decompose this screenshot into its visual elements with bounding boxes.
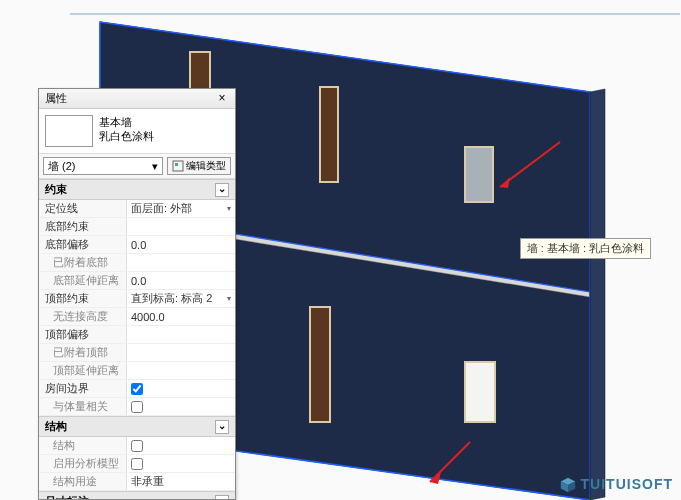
property-value[interactable] (127, 254, 235, 271)
type-info: 基本墙 乳白色涂料 (93, 115, 154, 147)
svg-rect-20 (175, 163, 178, 166)
property-label: 底部偏移 (39, 236, 127, 253)
property-label: 定位线 (39, 200, 127, 217)
property-label: 底部约束 (39, 218, 127, 235)
property-row: 底部偏移0.0 (39, 236, 235, 254)
property-value[interactable]: 直到标高: 标高 2 (127, 290, 235, 307)
property-value[interactable] (127, 326, 235, 343)
property-row: 顶部延伸距离 (39, 362, 235, 380)
panel-titlebar[interactable]: 属性 × (39, 89, 235, 109)
svg-marker-6 (590, 89, 605, 500)
property-checkbox[interactable] (131, 458, 143, 470)
property-label: 无连接高度 (39, 308, 127, 325)
svg-rect-8 (320, 87, 338, 182)
panel-title-text: 属性 (45, 91, 67, 106)
property-row: 顶部偏移 (39, 326, 235, 344)
collapse-icon[interactable]: ⌄ (215, 183, 229, 197)
group-header[interactable]: 约束⌄ (39, 179, 235, 200)
property-label: 已附着顶部 (39, 344, 127, 361)
property-value[interactable]: 0.0 (127, 272, 235, 289)
property-checkbox[interactable] (131, 440, 143, 452)
property-checkbox[interactable] (131, 383, 143, 395)
instance-filter-row: 墙 (2) ▾ 编辑类型 (39, 154, 235, 179)
property-label: 底部延伸距离 (39, 272, 127, 289)
group-name: 结构 (45, 419, 67, 434)
property-label: 结构用途 (39, 473, 127, 490)
property-row: 启用分析模型 (39, 455, 235, 473)
property-label: 结构 (39, 437, 127, 454)
property-row: 底部延伸距离0.0 (39, 272, 235, 290)
property-value[interactable]: 0.0 (127, 236, 235, 253)
type-name: 乳白色涂料 (99, 129, 154, 143)
type-preview-thumb (45, 115, 93, 147)
property-value[interactable] (127, 437, 235, 454)
svg-rect-10 (310, 307, 330, 422)
type-family: 基本墙 (99, 115, 154, 129)
property-label: 与体量相关 (39, 398, 127, 415)
property-value[interactable] (127, 344, 235, 361)
property-label: 已附着底部 (39, 254, 127, 271)
property-row: 已附着底部 (39, 254, 235, 272)
property-value[interactable] (127, 398, 235, 415)
group-name: 尺寸标注 (45, 494, 89, 499)
property-label: 启用分析模型 (39, 455, 127, 472)
property-value[interactable] (127, 455, 235, 472)
group-header[interactable]: 尺寸标注⌄ (39, 491, 235, 499)
property-value[interactable] (127, 362, 235, 379)
property-row: 顶部约束直到标高: 标高 2 (39, 290, 235, 308)
watermark-logo: TUITUISOFT (559, 476, 673, 494)
property-value[interactable]: 非承重 (127, 473, 235, 490)
property-row: 定位线面层面: 外部 (39, 200, 235, 218)
edit-type-label: 编辑类型 (186, 159, 226, 173)
close-icon[interactable]: × (215, 92, 229, 106)
property-value[interactable]: 面层面: 外部 (127, 200, 235, 217)
svg-rect-9 (465, 147, 493, 202)
svg-rect-11 (465, 362, 495, 422)
property-label: 顶部偏移 (39, 326, 127, 343)
property-label: 顶部约束 (39, 290, 127, 307)
property-value[interactable] (127, 218, 235, 235)
property-row: 无连接高度4000.0 (39, 308, 235, 326)
group-name: 约束 (45, 182, 67, 197)
property-row: 底部约束 (39, 218, 235, 236)
property-value[interactable]: 4000.0 (127, 308, 235, 325)
edit-type-icon (172, 160, 184, 172)
type-selector[interactable]: 基本墙 乳白色涂料 (39, 109, 235, 154)
property-row: 已附着顶部 (39, 344, 235, 362)
property-label: 顶部延伸距离 (39, 362, 127, 379)
properties-panel: 属性 × 基本墙 乳白色涂料 墙 (2) ▾ 编辑类型 约束⌄定位线面层面: 外… (38, 88, 236, 500)
property-row: 房间边界 (39, 380, 235, 398)
property-value[interactable] (127, 380, 235, 397)
property-row: 与体量相关 (39, 398, 235, 416)
logo-cube-icon (559, 476, 577, 494)
instance-filter-value: 墙 (2) (48, 159, 76, 174)
group-header[interactable]: 结构⌄ (39, 416, 235, 437)
property-row: 结构 (39, 437, 235, 455)
instance-filter-dropdown[interactable]: 墙 (2) ▾ (43, 157, 163, 175)
chevron-down-icon: ▾ (152, 160, 158, 173)
collapse-icon[interactable]: ⌄ (215, 420, 229, 434)
property-label: 房间边界 (39, 380, 127, 397)
property-row: 结构用途非承重 (39, 473, 235, 491)
property-checkbox[interactable] (131, 401, 143, 413)
hover-tooltip: 墙 : 基本墙 : 乳白色涂料 (520, 238, 651, 259)
properties-body[interactable]: 约束⌄定位线面层面: 外部底部约束底部偏移0.0已附着底部底部延伸距离0.0顶部… (39, 179, 235, 499)
edit-type-button[interactable]: 编辑类型 (167, 157, 231, 175)
collapse-icon[interactable]: ⌄ (215, 495, 229, 500)
